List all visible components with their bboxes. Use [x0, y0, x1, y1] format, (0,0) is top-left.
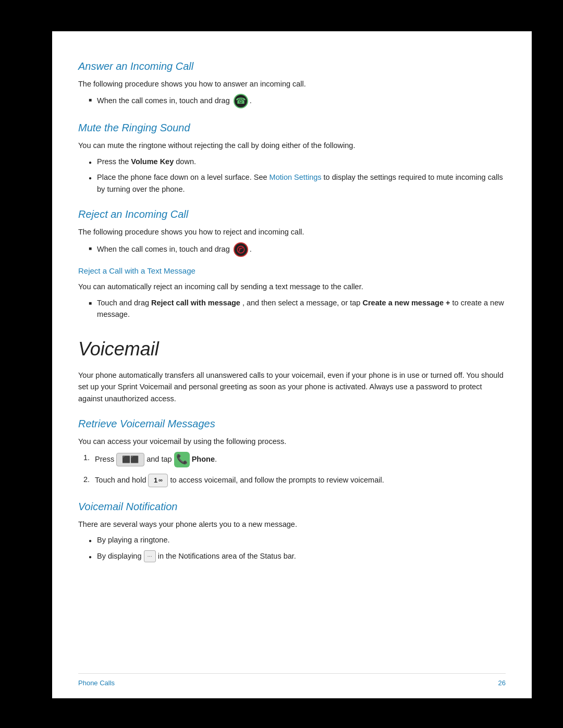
voicemail-body: Your phone automatically transfers all u… — [78, 369, 506, 404]
page-footer: Phone Calls 26 — [78, 673, 506, 688]
notif-bullet2-end: in the Notifications area of the Status … — [158, 552, 296, 560]
retrieve-step-2: 2. Touch and hold 1∞ to access voicemail… — [83, 474, 506, 487]
answer-heading: Answer an Incoming Call — [78, 58, 506, 74]
mute-list: Press the Volume Key down. Place the pho… — [89, 156, 506, 195]
reject-call-message-bold: Reject call with message — [151, 299, 240, 307]
reject-create-bold: Create a new message + — [362, 299, 450, 307]
reject-list: When the call comes in, touch and drag . — [89, 242, 506, 257]
reject-text-body: You can automatically reject an incoming… — [78, 281, 506, 292]
reject-list-item: When the call comes in, touch and drag . — [89, 242, 506, 257]
reject-sub-mid: , and then select a message, or tap — [242, 299, 361, 307]
notification-body: There are several ways your phone alerts… — [78, 519, 506, 530]
home-key-icon: ⬛⬛ — [116, 453, 144, 466]
reject-bullet-text: When the call comes in, touch and drag — [97, 245, 230, 253]
notification-dots-icon: ··· — [144, 550, 156, 562]
reject-text-message-link[interactable]: Reject a Call with a Text Message — [78, 265, 506, 277]
notif-bullet1: By playing a ringtone. — [97, 534, 169, 546]
svg-point-0 — [237, 246, 244, 253]
retrieve-steps: 1. Press ⬛⬛ and tap 📞 Phone. 2. Touch an… — [83, 452, 506, 487]
reject-heading: Reject an Incoming Call — [78, 206, 506, 222]
answer-body: The following procedure shows you how to… — [78, 78, 506, 90]
answer-bullet-text: When the call comes in, touch and drag — [97, 96, 230, 105]
footer-right: 26 — [498, 678, 506, 688]
voicemail-heading: Voicemail — [78, 335, 506, 363]
step2-end: to access voicemail, and follow the prom… — [170, 476, 384, 484]
retrieve-step-1: 1. Press ⬛⬛ and tap 📞 Phone. — [83, 452, 506, 467]
mute-list-item-2: Place the phone face down on a level sur… — [89, 171, 506, 195]
notification-list: By playing a ringtone. By displaying ···… — [89, 534, 506, 562]
mute-list-item-1: Press the Volume Key down. — [89, 156, 506, 167]
mute-bullet1-text: Press the — [97, 157, 129, 166]
answer-list: When the call comes in, touch and drag ☎… — [89, 94, 506, 108]
answer-phone-icon: ☎ — [234, 94, 248, 108]
notification-list-item-2: By displaying ··· in the Notifications a… — [89, 550, 506, 563]
step1-mid: and tap — [146, 454, 172, 463]
notification-heading: Voicemail Notification — [78, 499, 506, 514]
step1-phone-bold: Phone — [192, 454, 215, 463]
phone-app-icon: 📞 — [174, 452, 190, 467]
motion-settings-link[interactable]: Motion Settings — [270, 173, 322, 181]
reject-sub-start: Touch and drag — [97, 299, 149, 307]
step2-start: Touch and hold — [95, 476, 146, 484]
voicemail-1-key-icon: 1∞ — [148, 474, 168, 487]
mute-heading: Mute the Ringing Sound — [78, 120, 506, 135]
reject-text-list: Touch and drag Reject call with message … — [89, 297, 506, 320]
step1-start: Press — [95, 454, 114, 463]
retrieve-body: You can access your voicemail by using t… — [78, 436, 506, 447]
answer-list-item: When the call comes in, touch and drag ☎… — [89, 94, 506, 108]
retrieve-heading: Retrieve Voicemail Messages — [78, 416, 506, 431]
page-content: Answer an Incoming Call The following pr… — [52, 31, 532, 698]
mute-bullet1-bold: Volume Key — [131, 157, 174, 166]
reject-phone-icon — [234, 242, 248, 257]
mute-body: You can mute the ringtone without reject… — [78, 140, 506, 151]
notification-list-item-1: By playing a ringtone. — [89, 534, 506, 546]
footer-left: Phone Calls — [78, 678, 115, 688]
notif-bullet2-start: By displaying — [97, 552, 141, 560]
reject-text-list-item: Touch and drag Reject call with message … — [89, 297, 506, 320]
mute-bullet2-text: Place the phone face down on a level sur… — [97, 173, 267, 181]
reject-body: The following procedure shows you how to… — [78, 226, 506, 238]
mute-bullet1-end: down. — [176, 157, 196, 166]
